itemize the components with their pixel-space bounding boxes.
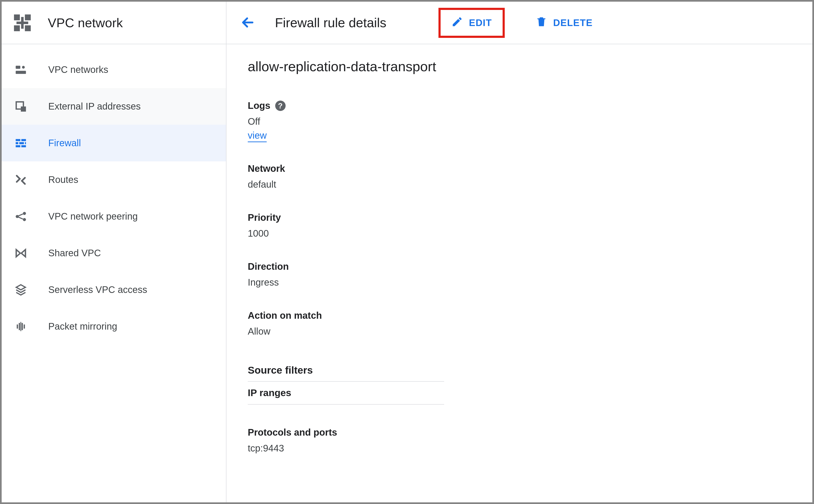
svg-rect-15 (16, 145, 20, 147)
field-label: Network (248, 163, 285, 174)
sidebar-item-shared-vpc[interactable]: Shared VPC (2, 235, 226, 271)
main-panel: Firewall rule details EDIT DELETE (226, 2, 812, 502)
svg-rect-20 (17, 324, 18, 328)
edit-highlight: EDIT (438, 8, 505, 38)
back-arrow-icon (241, 15, 255, 30)
edit-button[interactable]: EDIT (443, 11, 500, 35)
section-heading: Source filters (248, 359, 444, 382)
svg-rect-23 (24, 324, 25, 328)
field-logs: Logs ? Off view (248, 100, 812, 141)
svg-rect-0 (14, 14, 20, 20)
field-value: default (248, 179, 812, 190)
sidebar-item-label: VPC network peering (48, 211, 138, 222)
packet-mirroring-icon (15, 320, 27, 333)
details-body: allow-replication-data-transport Logs ? … (226, 44, 812, 476)
field-value: Allow (248, 326, 812, 337)
sidebar-item-firewall[interactable]: Firewall (2, 125, 226, 161)
sidebar-item-label: Packet mirroring (48, 321, 117, 332)
svg-rect-13 (19, 142, 24, 144)
shared-vpc-icon (15, 247, 27, 259)
logs-view-link[interactable]: view (248, 130, 267, 142)
field-value: Off (248, 116, 812, 127)
external-ip-icon (15, 100, 27, 113)
source-filter-row: IP ranges (248, 382, 444, 405)
field-label: Priority (248, 212, 281, 223)
source-filters-section: Source filters IP ranges (248, 359, 444, 405)
field-priority: Priority 1000 (248, 212, 812, 239)
main-header: Firewall rule details EDIT DELETE (226, 2, 812, 44)
svg-point-18 (23, 212, 26, 215)
sidebar-item-peering[interactable]: VPC network peering (2, 198, 226, 235)
product-title: VPC network (48, 15, 123, 30)
product-header: VPC network (2, 2, 226, 44)
edit-label: EDIT (469, 18, 492, 28)
sidebar-item-label: Serverless VPC access (48, 284, 147, 295)
help-icon[interactable]: ? (275, 101, 286, 111)
svg-rect-7 (16, 71, 26, 74)
sidebar-item-routes[interactable]: Routes (2, 161, 226, 198)
sidebar-item-label: Firewall (48, 138, 81, 148)
svg-rect-3 (25, 25, 31, 31)
field-protocols: Protocols and ports tcp:9443 (248, 427, 812, 454)
pencil-icon (451, 16, 463, 30)
field-value: tcp:9443 (248, 443, 812, 454)
field-value: Ingress (248, 277, 812, 288)
field-label: Protocols and ports (248, 427, 337, 438)
vpc-network-logo-icon (12, 13, 32, 33)
rule-name: allow-replication-data-transport (248, 58, 812, 74)
page-title: Firewall rule details (275, 15, 386, 30)
sidebar-item-packet-mirroring[interactable]: Packet mirroring (2, 308, 226, 345)
field-label: Logs (248, 100, 270, 111)
svg-rect-22 (22, 323, 23, 330)
sidebar-item-label: Routes (48, 174, 78, 185)
sidebar-item-label: External IP addresses (48, 101, 141, 112)
peering-icon (15, 210, 27, 223)
svg-rect-12 (16, 142, 18, 144)
delete-button[interactable]: DELETE (527, 11, 601, 35)
vpc-networks-icon (15, 64, 27, 76)
svg-rect-14 (25, 142, 26, 144)
svg-rect-21 (19, 323, 20, 330)
svg-rect-2 (14, 25, 20, 31)
sidebar-item-external-ip[interactable]: External IP addresses (2, 88, 226, 125)
sidebar-item-vpc-networks[interactable]: VPC networks (2, 51, 226, 88)
svg-rect-5 (21, 17, 24, 29)
svg-point-8 (22, 66, 25, 69)
sidebar: VPC network VPC networks External IP add… (2, 2, 226, 502)
field-direction: Direction Ingress (248, 261, 812, 288)
firewall-icon (15, 137, 27, 149)
back-button[interactable] (236, 11, 260, 35)
field-label: Direction (248, 261, 289, 272)
sidebar-item-serverless[interactable]: Serverless VPC access (2, 271, 226, 308)
svg-rect-1 (25, 14, 31, 20)
field-label: Action on match (248, 310, 322, 321)
svg-rect-11 (21, 139, 26, 141)
svg-rect-16 (21, 145, 26, 147)
field-action: Action on match Allow (248, 310, 812, 337)
sidebar-item-label: Shared VPC (48, 248, 101, 258)
serverless-icon (15, 284, 27, 296)
svg-rect-10 (16, 139, 20, 141)
svg-rect-6 (16, 66, 20, 69)
sidebar-item-label: VPC networks (48, 64, 108, 75)
sidebar-nav: VPC networks External IP addresses Firew… (2, 44, 226, 345)
delete-label: DELETE (553, 18, 593, 28)
svg-rect-24 (20, 322, 21, 331)
svg-rect-9 (21, 106, 26, 112)
svg-point-19 (23, 218, 26, 221)
routes-icon (15, 174, 27, 186)
trash-icon (535, 16, 547, 30)
field-network: Network default (248, 163, 812, 190)
field-value: 1000 (248, 228, 812, 239)
